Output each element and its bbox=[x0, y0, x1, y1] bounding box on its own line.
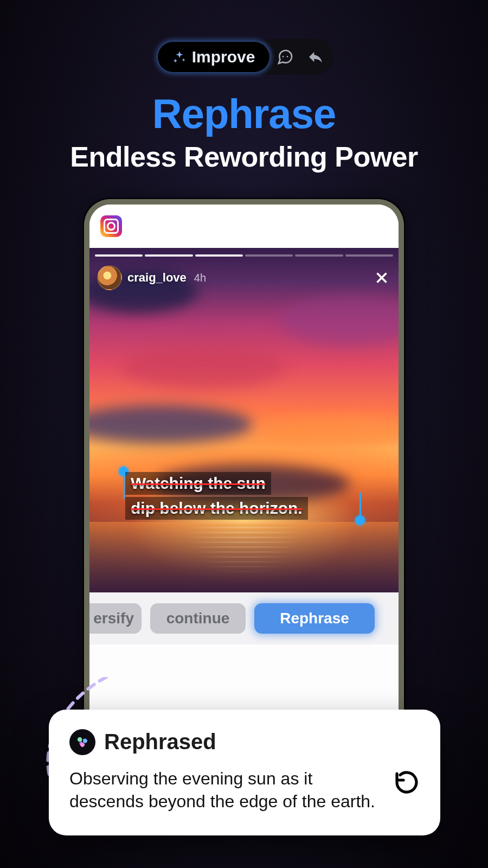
reply-arrow-icon[interactable] bbox=[307, 48, 324, 66]
cloud-decoration bbox=[122, 346, 285, 389]
sparkle-icon bbox=[172, 50, 187, 64]
suggestion-chip-row: ersify continue Rephrase bbox=[89, 592, 399, 644]
rephrased-title: Rephrased bbox=[104, 730, 216, 754]
phone-statusbar bbox=[89, 205, 399, 248]
chip-continue[interactable]: continue bbox=[150, 603, 246, 634]
story-header: craig_love 4h bbox=[97, 265, 391, 290]
avatar[interactable] bbox=[97, 265, 122, 290]
top-pill-row: Improve bbox=[155, 39, 333, 75]
story-username[interactable]: craig_love bbox=[127, 271, 187, 285]
selected-text-line: Watching the sun bbox=[125, 472, 271, 495]
headline-title: Rephrase bbox=[152, 90, 336, 137]
text-selection-handle-end[interactable] bbox=[355, 515, 365, 525]
chip-ersify[interactable]: ersify bbox=[87, 603, 142, 634]
improve-button[interactable]: Improve bbox=[157, 41, 271, 73]
story-area[interactable]: craig_love 4h Watching the sun dip below… bbox=[89, 248, 399, 592]
story-time: 4h bbox=[194, 272, 206, 284]
rephrased-body: Observing the evening sun as it descends… bbox=[69, 767, 384, 813]
svg-point-0 bbox=[282, 56, 284, 58]
ai-swirl-icon bbox=[69, 729, 95, 755]
headline-subtitle: Endless Rewording Power bbox=[70, 141, 418, 173]
selected-text[interactable]: Watching the sun dip below the horizon. bbox=[125, 472, 358, 520]
chip-rephrase[interactable]: Rephrase bbox=[254, 603, 375, 634]
refresh-icon[interactable] bbox=[394, 769, 420, 795]
instagram-icon bbox=[100, 215, 122, 237]
svg-point-1 bbox=[287, 56, 288, 58]
close-icon[interactable] bbox=[373, 269, 391, 287]
water-reflection bbox=[89, 522, 399, 592]
improve-label: Improve bbox=[192, 48, 255, 66]
story-progress-bar bbox=[95, 254, 393, 257]
selected-text-line: dip below the horizon. bbox=[125, 497, 308, 520]
chat-bubble-icon[interactable] bbox=[277, 48, 294, 66]
rephrased-card: Rephrased Observing the evening sun as i… bbox=[49, 710, 440, 835]
